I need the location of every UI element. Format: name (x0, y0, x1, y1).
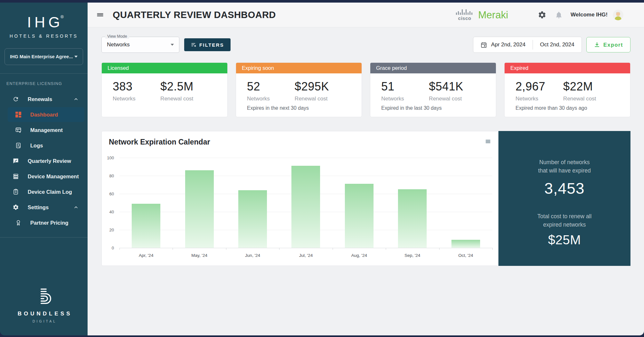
chart-bar-column (333, 158, 386, 248)
stat-card-note: Expires in the next 30 days (247, 105, 309, 111)
x-axis-tick-label: Jul, '24 (279, 253, 332, 258)
renewal-cost: $22M (563, 80, 611, 93)
controls-row: View Mode Networks FILTERS Apr 2nd, 2024 (101, 36, 630, 54)
networks-count: 51 (381, 80, 429, 93)
networks-count-label: Networks (113, 96, 160, 102)
chart-bar[interactable] (398, 189, 427, 248)
end-date-input[interactable]: Oct 2nd, 2024 (533, 37, 582, 52)
notifications-bell-icon[interactable] (555, 11, 563, 19)
sidebar-item-device-management[interactable]: Device Management (8, 169, 84, 184)
chart-bar-column (279, 158, 332, 248)
x-axis-tick (439, 248, 440, 250)
renewal-cost-label: Renewal cost (429, 96, 477, 102)
page-title: QUARTERLY REVIEW DASHBOARD (113, 10, 276, 20)
renewal-cost-label: Renewal cost (295, 96, 342, 102)
x-axis-tick-label: Oct, '24 (439, 253, 492, 258)
stat-card-header: Expiring soon (236, 63, 362, 73)
y-axis-tick-label: 60 (109, 192, 114, 196)
chart-bar[interactable] (185, 170, 214, 248)
x-axis-tick-label: Aug, '24 (333, 253, 386, 258)
app-window: IHG® HOTELS & RESORTS IHG Main Enterpris… (0, 3, 644, 335)
chevron-down-icon (74, 56, 78, 58)
view-mode-select[interactable]: View Mode Networks (101, 37, 179, 53)
chart-bar-column (173, 158, 226, 248)
sidebar-item-label: Logs (30, 143, 43, 149)
renew-cost-label-line1: Total cost to renew all (498, 212, 630, 220)
renew-cost-label: Total cost to renew all expired networks (498, 212, 630, 229)
renewal-cost: $295K (295, 80, 342, 93)
networks-count-label: Networks (247, 96, 295, 102)
chart-bar-column (226, 158, 279, 248)
stat-card-expired: Expired 2,967 Networks $22M Renewal cost (504, 62, 630, 117)
ihg-brand-text: IHG (27, 14, 63, 31)
sidebar-item-partner-pricing[interactable]: Partner Pricing (8, 215, 84, 230)
start-date-value: Apr 2nd, 2024 (491, 42, 526, 48)
main-area: QUARTERLY REVIEW DASHBOARD (88, 3, 644, 335)
stat-card-header: Expired (505, 63, 630, 73)
y-axis-tick-label: 80 (109, 173, 114, 178)
expiration-calendar-card: Network Expiration Calendar 020406080100… (101, 131, 498, 266)
dashboard-icon (15, 111, 22, 118)
chart-bars (119, 158, 492, 248)
quarterly-review-icon (12, 157, 19, 164)
settings-gear-icon (12, 204, 19, 211)
networks-count-label: Networks (516, 96, 563, 102)
sidebar-item-label: Quarterly Review (28, 158, 71, 164)
stat-card-title: Licensed (108, 65, 129, 71)
y-axis-tick-label: 0 (112, 246, 114, 250)
networks-count: 383 (113, 80, 160, 93)
sidebar-item-renewals[interactable]: Renewals (8, 92, 84, 107)
export-button[interactable]: Export (586, 37, 630, 52)
renewal-cost-label: Renewal cost (160, 96, 208, 102)
user-avatar[interactable] (613, 10, 623, 20)
boundless-wordmark: BOUNDLESS (0, 311, 88, 317)
networks-count: 2,967 (516, 80, 563, 93)
filters-button[interactable]: FILTERS (184, 38, 231, 51)
sidebar-item-label: Device Management (28, 173, 79, 180)
stat-card-title: Grace period (376, 65, 407, 71)
sidebar-item-settings[interactable]: Settings (8, 200, 84, 215)
settings-gear-icon[interactable] (538, 11, 546, 19)
x-axis-tick-label: Jun, '24 (226, 253, 279, 258)
top-bar: QUARTERLY REVIEW DASHBOARD (88, 3, 644, 27)
sidebar-item-management[interactable]: Management (8, 123, 84, 137)
renewal-cost: $2.5M (160, 80, 208, 93)
sidebar-item-label: Renewals (28, 96, 52, 102)
organization-selector-value: IHG Main Enterprise Agree... (10, 54, 73, 59)
sidebar-item-logs[interactable]: Logs (8, 138, 84, 153)
sidebar-item-label: Device Claim Log (28, 189, 72, 195)
y-axis-tick-label: 100 (107, 155, 114, 160)
x-axis-tick-label: Sep, '24 (386, 253, 439, 258)
sidebar-item-dashboard[interactable]: Dashboard (8, 107, 84, 122)
device-claim-log-icon (12, 188, 19, 195)
x-axis-tick-label: May, '24 (173, 253, 226, 258)
chart-bar[interactable] (291, 166, 320, 248)
cisco-bars-icon (456, 9, 474, 15)
end-date-value: Oct 2nd, 2024 (540, 42, 574, 48)
registered-mark: ® (61, 14, 64, 19)
view-mode-value: Networks (107, 42, 130, 48)
chevron-down-icon (171, 44, 174, 46)
chart-menu-icon[interactable] (485, 138, 491, 145)
chart-bar[interactable] (238, 190, 267, 248)
chart-bar[interactable] (345, 184, 374, 248)
organization-selector[interactable]: IHG Main Enterprise Agree... (5, 48, 83, 65)
chart-bar[interactable] (451, 240, 480, 248)
start-date-input[interactable]: Apr 2nd, 2024 (473, 37, 533, 52)
chart-bar[interactable] (132, 204, 160, 248)
sidebar-nav: Renewals Dashboard Management (0, 91, 88, 231)
boundless-mark-icon (33, 287, 54, 307)
stat-card-note: Expired in the last 30 days (381, 105, 442, 111)
filters-button-label: FILTERS (199, 42, 224, 48)
chart-plot (119, 158, 492, 248)
menu-hamburger-icon[interactable] (96, 11, 104, 19)
stat-card-header: Grace period (370, 63, 496, 73)
sidebar-item-device-claim-log[interactable]: Device Claim Log (8, 184, 84, 199)
chevron-up-icon (73, 97, 79, 102)
x-axis-tick (173, 248, 173, 250)
x-axis-tick (279, 248, 279, 250)
sidebar-item-quarterly-review[interactable]: Quarterly Review (8, 154, 84, 168)
summary-panel: Number of networks that will have expire… (498, 131, 630, 266)
renew-cost-label-line2: expired networks (498, 220, 630, 229)
y-axis-tick-label: 40 (109, 210, 114, 214)
